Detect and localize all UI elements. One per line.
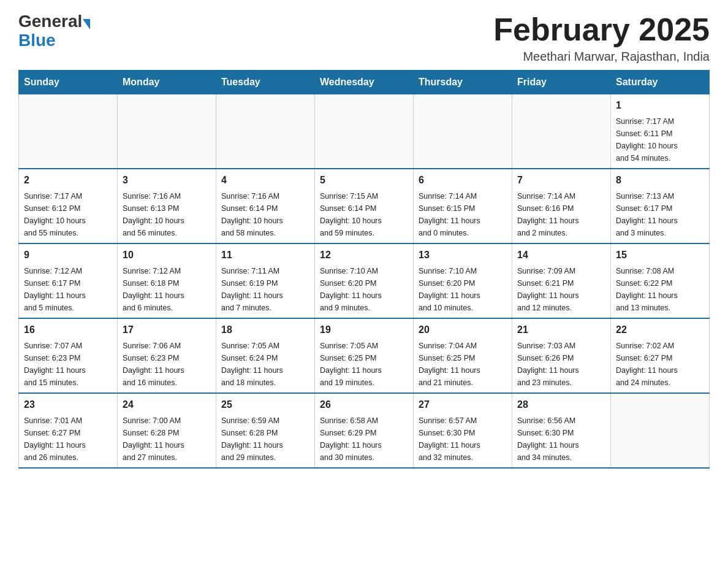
calendar-cell: 24Sunrise: 7:00 AM Sunset: 6:28 PM Dayli…: [118, 393, 216, 468]
calendar-cell: 20Sunrise: 7:04 AM Sunset: 6:25 PM Dayli…: [414, 318, 512, 393]
calendar-cell: 19Sunrise: 7:05 AM Sunset: 6:25 PM Dayli…: [315, 318, 414, 393]
calendar-cell: 9Sunrise: 7:12 AM Sunset: 6:17 PM Daylig…: [19, 243, 118, 318]
day-number: 20: [419, 323, 507, 337]
day-info: Sunrise: 7:04 AM Sunset: 6:25 PM Dayligh…: [419, 340, 507, 389]
calendar-cell: 8Sunrise: 7:13 AM Sunset: 6:17 PM Daylig…: [611, 169, 710, 243]
calendar-week-2: 2Sunrise: 7:17 AM Sunset: 6:12 PM Daylig…: [19, 169, 710, 243]
calendar-cell: 22Sunrise: 7:02 AM Sunset: 6:27 PM Dayli…: [611, 318, 710, 393]
day-info: Sunrise: 7:00 AM Sunset: 6:28 PM Dayligh…: [123, 415, 211, 464]
header-day-monday: Monday: [118, 71, 216, 94]
calendar-cell: 21Sunrise: 7:03 AM Sunset: 6:26 PM Dayli…: [512, 318, 611, 393]
logo: General Blue: [18, 12, 90, 50]
day-number: 12: [320, 248, 408, 262]
day-info: Sunrise: 7:07 AM Sunset: 6:23 PM Dayligh…: [24, 340, 112, 389]
day-number: 26: [320, 397, 408, 412]
calendar-cell: 5Sunrise: 7:15 AM Sunset: 6:14 PM Daylig…: [315, 169, 414, 243]
day-info: Sunrise: 7:08 AM Sunset: 6:22 PM Dayligh…: [616, 265, 704, 314]
day-info: Sunrise: 6:58 AM Sunset: 6:29 PM Dayligh…: [320, 415, 408, 464]
calendar-cell: 17Sunrise: 7:06 AM Sunset: 6:23 PM Dayli…: [118, 318, 216, 393]
day-number: 28: [517, 397, 605, 412]
calendar-cell: [512, 94, 611, 169]
calendar-week-1: 1Sunrise: 7:17 AM Sunset: 6:11 PM Daylig…: [19, 94, 710, 169]
logo-triangle-icon: [83, 19, 90, 29]
calendar-cell: 6Sunrise: 7:14 AM Sunset: 6:15 PM Daylig…: [414, 169, 512, 243]
header-row: SundayMondayTuesdayWednesdayThursdayFrid…: [19, 71, 710, 94]
day-number: 9: [24, 248, 112, 262]
day-info: Sunrise: 6:57 AM Sunset: 6:30 PM Dayligh…: [419, 415, 507, 464]
day-number: 21: [517, 323, 605, 337]
calendar-cell: [118, 94, 216, 169]
day-info: Sunrise: 7:17 AM Sunset: 6:11 PM Dayligh…: [616, 115, 704, 164]
day-info: Sunrise: 7:16 AM Sunset: 6:13 PM Dayligh…: [123, 190, 211, 239]
day-number: 24: [123, 397, 211, 412]
day-number: 5: [320, 173, 408, 188]
day-info: Sunrise: 6:56 AM Sunset: 6:30 PM Dayligh…: [517, 415, 605, 464]
day-info: Sunrise: 6:59 AM Sunset: 6:28 PM Dayligh…: [221, 415, 309, 464]
calendar-cell: 18Sunrise: 7:05 AM Sunset: 6:24 PM Dayli…: [216, 318, 315, 393]
day-number: 23: [24, 397, 112, 412]
calendar-cell: 13Sunrise: 7:10 AM Sunset: 6:20 PM Dayli…: [414, 243, 512, 318]
day-info: Sunrise: 7:11 AM Sunset: 6:19 PM Dayligh…: [221, 265, 309, 314]
header-day-sunday: Sunday: [19, 71, 118, 94]
day-number: 14: [517, 248, 605, 262]
calendar-cell: [315, 94, 414, 169]
day-info: Sunrise: 7:12 AM Sunset: 6:17 PM Dayligh…: [24, 265, 112, 314]
calendar-cell: 28Sunrise: 6:56 AM Sunset: 6:30 PM Dayli…: [512, 393, 611, 468]
header-day-thursday: Thursday: [414, 71, 512, 94]
calendar-header: SundayMondayTuesdayWednesdayThursdayFrid…: [19, 71, 710, 94]
day-info: Sunrise: 7:17 AM Sunset: 6:12 PM Dayligh…: [24, 190, 112, 239]
day-info: Sunrise: 7:10 AM Sunset: 6:20 PM Dayligh…: [320, 265, 408, 314]
day-number: 27: [419, 397, 507, 412]
day-number: 10: [123, 248, 211, 262]
day-number: 17: [123, 323, 211, 337]
day-info: Sunrise: 7:15 AM Sunset: 6:14 PM Dayligh…: [320, 190, 408, 239]
calendar-cell: [414, 94, 512, 169]
calendar-cell: 11Sunrise: 7:11 AM Sunset: 6:19 PM Dayli…: [216, 243, 315, 318]
calendar-cell: 14Sunrise: 7:09 AM Sunset: 6:21 PM Dayli…: [512, 243, 611, 318]
day-number: 8: [616, 173, 704, 188]
day-info: Sunrise: 7:10 AM Sunset: 6:20 PM Dayligh…: [419, 265, 507, 314]
title-block: February 2025 Meethari Marwar, Rajasthan…: [493, 12, 710, 64]
calendar-cell: [19, 94, 118, 169]
day-number: 25: [221, 397, 309, 412]
day-number: 2: [24, 173, 112, 188]
logo-blue-text: Blue: [18, 31, 56, 50]
calendar-cell: 16Sunrise: 7:07 AM Sunset: 6:23 PM Dayli…: [19, 318, 118, 393]
day-info: Sunrise: 7:06 AM Sunset: 6:23 PM Dayligh…: [123, 340, 211, 389]
day-number: 13: [419, 248, 507, 262]
day-info: Sunrise: 7:05 AM Sunset: 6:25 PM Dayligh…: [320, 340, 408, 389]
header-day-friday: Friday: [512, 71, 611, 94]
calendar-cell: 23Sunrise: 7:01 AM Sunset: 6:27 PM Dayli…: [19, 393, 118, 468]
day-number: 18: [221, 323, 309, 337]
day-number: 4: [221, 173, 309, 188]
calendar-cell: 7Sunrise: 7:14 AM Sunset: 6:16 PM Daylig…: [512, 169, 611, 243]
day-info: Sunrise: 7:16 AM Sunset: 6:14 PM Dayligh…: [221, 190, 309, 239]
calendar-cell: 3Sunrise: 7:16 AM Sunset: 6:13 PM Daylig…: [118, 169, 216, 243]
calendar-cell: 25Sunrise: 6:59 AM Sunset: 6:28 PM Dayli…: [216, 393, 315, 468]
calendar-cell: 10Sunrise: 7:12 AM Sunset: 6:18 PM Dayli…: [118, 243, 216, 318]
logo-general-text: General: [18, 12, 82, 31]
header-day-wednesday: Wednesday: [315, 71, 414, 94]
day-number: 3: [123, 173, 211, 188]
day-info: Sunrise: 7:14 AM Sunset: 6:15 PM Dayligh…: [419, 190, 507, 239]
header-day-saturday: Saturday: [611, 71, 710, 94]
day-info: Sunrise: 7:14 AM Sunset: 6:16 PM Dayligh…: [517, 190, 605, 239]
calendar-cell: [216, 94, 315, 169]
day-number: 11: [221, 248, 309, 262]
page-header: General Blue February 2025 Meethari Marw…: [18, 12, 710, 64]
calendar-cell: 2Sunrise: 7:17 AM Sunset: 6:12 PM Daylig…: [19, 169, 118, 243]
day-info: Sunrise: 7:01 AM Sunset: 6:27 PM Dayligh…: [24, 415, 112, 464]
day-info: Sunrise: 7:03 AM Sunset: 6:26 PM Dayligh…: [517, 340, 605, 389]
calendar-body: 1Sunrise: 7:17 AM Sunset: 6:11 PM Daylig…: [19, 94, 710, 469]
day-number: 1: [616, 98, 704, 113]
calendar-table: SundayMondayTuesdayWednesdayThursdayFrid…: [18, 70, 710, 469]
calendar-week-5: 23Sunrise: 7:01 AM Sunset: 6:27 PM Dayli…: [19, 393, 710, 468]
day-number: 19: [320, 323, 408, 337]
day-info: Sunrise: 7:02 AM Sunset: 6:27 PM Dayligh…: [616, 340, 704, 389]
page-subtitle: Meethari Marwar, Rajasthan, India: [493, 50, 710, 64]
calendar-week-3: 9Sunrise: 7:12 AM Sunset: 6:17 PM Daylig…: [19, 243, 710, 318]
calendar-cell: 1Sunrise: 7:17 AM Sunset: 6:11 PM Daylig…: [611, 94, 710, 169]
day-number: 22: [616, 323, 704, 337]
calendar-cell: 4Sunrise: 7:16 AM Sunset: 6:14 PM Daylig…: [216, 169, 315, 243]
calendar-cell: 12Sunrise: 7:10 AM Sunset: 6:20 PM Dayli…: [315, 243, 414, 318]
